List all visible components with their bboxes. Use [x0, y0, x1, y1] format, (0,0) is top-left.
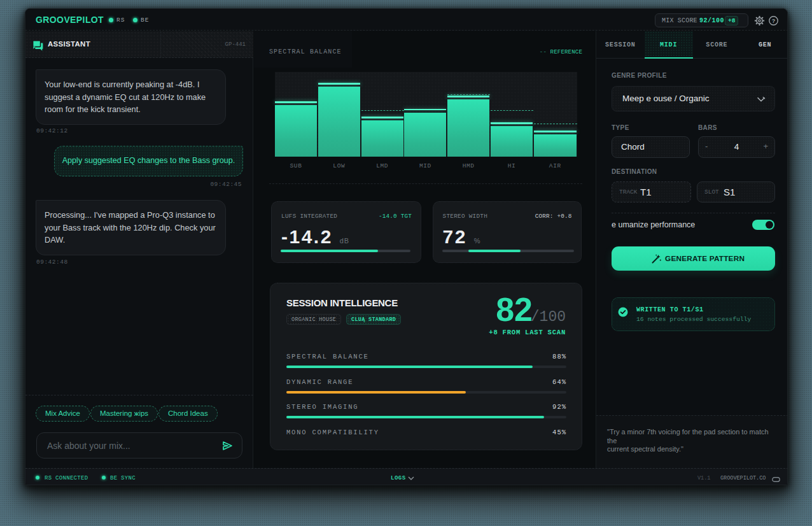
svg-text:?: ? — [772, 18, 776, 24]
